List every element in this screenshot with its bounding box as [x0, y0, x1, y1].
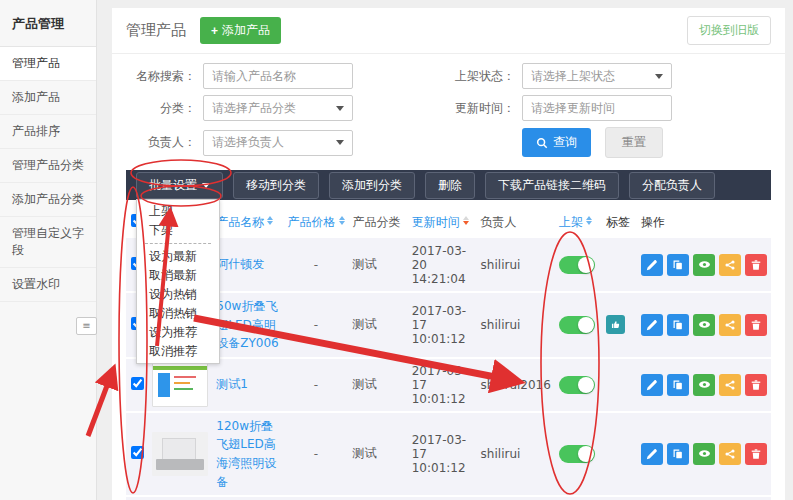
shelf-toggle[interactable] — [559, 316, 595, 334]
owner-select[interactable]: 请选择负责人 — [203, 130, 353, 156]
product-price: - — [284, 496, 349, 500]
assign-owner-button[interactable]: 分配负责人 — [629, 172, 715, 199]
copy-button[interactable] — [667, 374, 689, 396]
product-owner: shilirui — [477, 292, 555, 358]
menu-item-unset-hot[interactable]: 取消热销 — [137, 304, 219, 323]
delete-row-button[interactable] — [745, 443, 767, 465]
edit-button[interactable] — [641, 374, 663, 396]
switch-old-version-button[interactable]: 切换到旧版 — [687, 16, 771, 45]
category-select[interactable]: 请选择产品分类 — [203, 95, 353, 121]
sidebar-item-product-sort[interactable]: 产品排序 — [0, 115, 96, 149]
share-icon — [724, 319, 736, 331]
shelf-toggle[interactable] — [559, 445, 595, 463]
product-category: 测试 — [349, 412, 408, 496]
product-name-link[interactable]: 50w折叠飞翅LED高明设备ZY006 — [216, 297, 279, 353]
menu-item-unset-newest[interactable]: 取消最新 — [137, 266, 219, 285]
add-product-button[interactable]: + 添加产品 — [200, 17, 281, 44]
shelf-toggle[interactable] — [559, 256, 595, 274]
menu-item-set-newest[interactable]: 设为最新 — [137, 247, 219, 266]
delete-row-button[interactable] — [745, 314, 767, 336]
sidebar-item-custom-fields[interactable]: 管理自定义字段 — [0, 217, 96, 268]
column-header-price[interactable]: 产品价格 — [284, 206, 349, 238]
sidebar-item-manage-products[interactable]: 管理产品 — [0, 47, 96, 81]
titlebar: 管理产品 + 添加产品 切换到旧版 — [112, 8, 785, 54]
edit-icon — [646, 259, 658, 271]
update-time-input[interactable] — [522, 95, 672, 121]
add-to-category-button[interactable]: 添加到分类 — [329, 172, 415, 199]
delete-button[interactable]: 删除 — [425, 172, 475, 199]
sidebar-item-add-category[interactable]: 添加产品分类 — [0, 183, 96, 217]
view-button[interactable] — [693, 254, 715, 276]
owner-value: 请选择负责人 — [212, 134, 284, 151]
chevron-down-icon — [336, 106, 344, 111]
edit-button[interactable] — [641, 254, 663, 276]
batch-settings-button[interactable]: 批量设置 — [136, 172, 223, 199]
copy-icon — [672, 319, 684, 331]
shelf-status-select[interactable]: 请选择上架状态 — [522, 63, 672, 89]
menu-item-shelf-off[interactable]: 下架 — [137, 221, 219, 240]
product-name-link[interactable]: 测试1 — [216, 375, 248, 394]
edit-button[interactable] — [641, 314, 663, 336]
add-product-label: 添加产品 — [222, 22, 270, 39]
name-search-input[interactable] — [203, 63, 353, 89]
filter-form: 名称搜索： 上架状态： 请选择上架状态 分类： 请选择产品分类 更新时间： — [112, 54, 785, 168]
share-icon — [724, 379, 736, 391]
product-category: 测试 — [349, 292, 408, 358]
delete-row-button[interactable] — [745, 254, 767, 276]
menu-item-unset-recommend[interactable]: 取消推荐 — [137, 342, 219, 361]
trash-icon — [750, 448, 762, 460]
move-to-category-button[interactable]: 移动到分类 — [233, 172, 319, 199]
share-button[interactable] — [719, 254, 741, 276]
category-value: 请选择产品分类 — [212, 100, 296, 117]
product-name-link[interactable]: 120w折叠飞翅LED高海湾照明设备 — [216, 417, 279, 491]
view-button[interactable] — [693, 443, 715, 465]
search-button[interactable]: 查询 — [522, 128, 591, 157]
update-time: 2017-03-1710:01:12 — [408, 358, 477, 412]
eye-icon — [698, 378, 711, 391]
view-button[interactable] — [693, 314, 715, 336]
menu-item-set-hot[interactable]: 设为热销 — [137, 285, 219, 304]
update-time: 2017-03-1710:01:12 — [408, 412, 477, 496]
view-button[interactable] — [693, 374, 715, 396]
copy-button[interactable] — [667, 314, 689, 336]
eye-icon — [698, 258, 711, 271]
share-icon — [724, 259, 736, 271]
menu-item-set-recommend[interactable]: 设为推荐 — [137, 323, 219, 342]
plus-icon: + — [211, 24, 218, 38]
update-time: 2017-03-1710:01:12 — [408, 496, 477, 500]
search-icon — [536, 137, 548, 149]
sort-icon — [339, 216, 345, 225]
sort-icon — [586, 216, 592, 225]
product-name-link[interactable]: 阿什顿发 — [216, 255, 264, 274]
edit-button[interactable] — [641, 443, 663, 465]
column-header-time[interactable]: 更新时间 — [408, 206, 477, 238]
chevron-down-icon — [202, 183, 210, 188]
delete-row-button[interactable] — [745, 374, 767, 396]
sidebar-item-manage-categories[interactable]: 管理产品分类 — [0, 149, 96, 183]
sidebar-item-watermark[interactable]: 设置水印 — [0, 268, 96, 302]
copy-button[interactable] — [667, 254, 689, 276]
share-button[interactable] — [719, 374, 741, 396]
download-qrcode-button[interactable]: 下载产品链接二维码 — [485, 172, 619, 199]
table-row: 阿什顿发 - 测试 2017-03-2014:21:04 shilirui — [126, 238, 771, 292]
share-button[interactable] — [719, 314, 741, 336]
row-checkbox[interactable] — [131, 377, 144, 390]
reset-button[interactable]: 重置 — [605, 127, 663, 158]
copy-button[interactable] — [667, 443, 689, 465]
share-button[interactable] — [719, 443, 741, 465]
menu-item-shelf-on[interactable]: 上架 — [137, 202, 219, 221]
column-header-name[interactable]: 产品名称 — [212, 206, 283, 238]
sidebar-collapse-icon[interactable]: ≡ — [76, 317, 97, 335]
edit-icon — [646, 379, 658, 391]
product-thumbnail — [152, 432, 208, 476]
eye-icon — [698, 447, 711, 460]
product-owner: shilirui2016 — [477, 358, 555, 412]
product-price: - — [284, 358, 349, 412]
thumbs-up-icon — [610, 319, 621, 330]
row-checkbox[interactable] — [131, 446, 144, 459]
shelf-toggle[interactable] — [559, 376, 595, 394]
product-category: 测试 — [349, 496, 408, 500]
sidebar-item-add-product[interactable]: 添加产品 — [0, 81, 96, 115]
column-header-shelf[interactable]: 上架 — [555, 206, 602, 238]
table-header-row: 产品名称 产品价格 产品分类 更新时间 负责人 上架 标签 操作 — [126, 206, 771, 238]
